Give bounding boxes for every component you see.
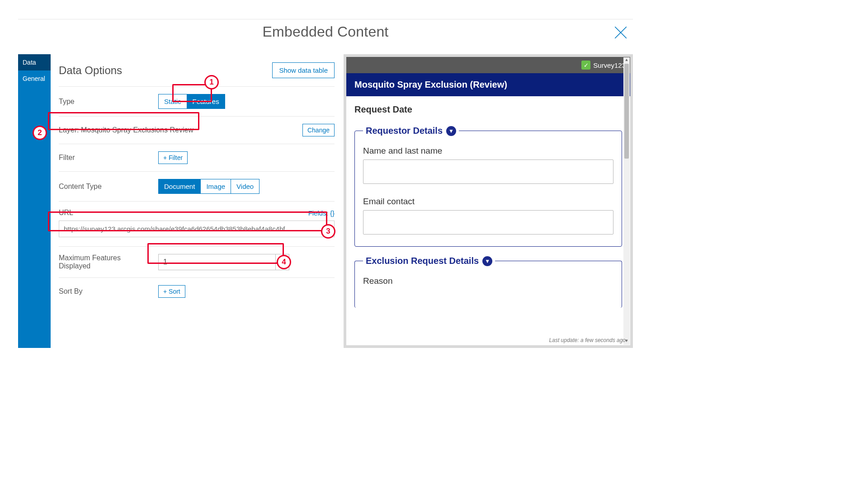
chevron-down-icon[interactable]: ▼ — [482, 256, 492, 266]
name-label: Name and last name — [363, 146, 613, 156]
group-exclusion-legend[interactable]: Exclusion Request Details ▼ — [363, 256, 495, 266]
sort-label: Sort By — [59, 287, 149, 296]
row-max-features: Maximum Features Displayed ▲ ▼ — [59, 246, 335, 277]
vertical-tabs: Data General — [18, 54, 51, 348]
last-update: Last update: a few seconds ago — [549, 337, 626, 343]
close-icon[interactable] — [613, 25, 628, 40]
content-type-segmented: Document Image Video — [158, 179, 259, 194]
change-layer-button[interactable]: Change — [302, 124, 335, 136]
url-label: URL — [59, 209, 305, 217]
tab-general[interactable]: General — [18, 70, 51, 87]
stepper-down-icon[interactable]: ▼ — [276, 262, 289, 270]
add-filter-button[interactable]: + Filter — [158, 151, 188, 164]
dialog-title: Embedded Content — [0, 23, 651, 40]
type-segmented: Static Features — [158, 94, 225, 109]
tab-data[interactable]: Data — [18, 54, 51, 70]
chevron-down-icon[interactable]: ▼ — [446, 126, 456, 136]
group-exclusion: Exclusion Request Details ▼ Reason — [354, 256, 622, 308]
max-features-spinner: ▲ ▼ — [158, 254, 289, 270]
max-features-label: Maximum Features Displayed — [59, 254, 149, 270]
config-pane: Data General Data Options Show data tabl… — [18, 54, 335, 348]
ct-video[interactable]: Video — [231, 179, 259, 194]
layer-label: Layer: Mosquito Spray Exclusions Review — [59, 126, 293, 134]
type-label: Type — [59, 98, 149, 106]
ct-image[interactable]: Image — [201, 179, 231, 194]
row-layer: Layer: Mosquito Spray Exclusions Review … — [59, 116, 335, 144]
url-input[interactable] — [59, 221, 335, 237]
survey-topbar: ✓ Survey123 — [346, 57, 630, 73]
group-exclusion-title: Exclusion Request Details — [366, 256, 479, 266]
content-type-label: Content Type — [59, 183, 149, 191]
stepper-up-icon[interactable]: ▲ — [276, 254, 289, 262]
divider — [18, 19, 633, 19]
fields-link[interactable]: Fields: {} — [308, 209, 335, 217]
data-options-form: Data Options Show data table Type Static… — [51, 54, 335, 348]
row-content-type: Content Type Document Image Video — [59, 171, 335, 201]
email-label: Email contact — [363, 197, 613, 206]
name-input[interactable] — [363, 160, 613, 184]
scroll-thumb[interactable] — [624, 64, 629, 159]
preview-pane: ✓ Survey123 Mosquito Spray Exclusion (Re… — [344, 54, 633, 348]
email-input[interactable] — [363, 210, 613, 235]
reason-label: Reason — [363, 276, 613, 286]
type-static[interactable]: Static — [158, 94, 187, 109]
survey123-brand: Survey123 — [593, 61, 626, 69]
group-requestor-title: Requestor Details — [366, 126, 443, 136]
add-sort-button[interactable]: + Sort — [158, 285, 185, 298]
row-sort: Sort By + Sort — [59, 277, 335, 305]
row-type: Type Static Features — [59, 86, 335, 116]
preview-scrollbar[interactable]: ▲ ▼ — [623, 57, 630, 345]
type-features[interactable]: Features — [187, 94, 225, 109]
group-requestor-legend[interactable]: Requestor Details ▼ — [363, 126, 459, 136]
survey123-icon: ✓ — [581, 61, 590, 70]
request-date-label: Request Date — [354, 104, 622, 115]
show-data-table-button[interactable]: Show data table — [272, 62, 335, 78]
section-title: Data Options — [59, 64, 122, 77]
ct-document[interactable]: Document — [158, 179, 201, 194]
scroll-up-icon[interactable]: ▲ — [623, 57, 630, 64]
max-features-input[interactable] — [159, 254, 275, 270]
row-url: URL Fields: {} — [59, 201, 335, 246]
survey-title: Mosquito Spray Exclusion (Review) — [346, 73, 630, 96]
row-filter: Filter + Filter — [59, 144, 335, 171]
filter-label: Filter — [59, 154, 149, 162]
group-requestor: Requestor Details ▼ Name and last name E… — [354, 126, 622, 247]
